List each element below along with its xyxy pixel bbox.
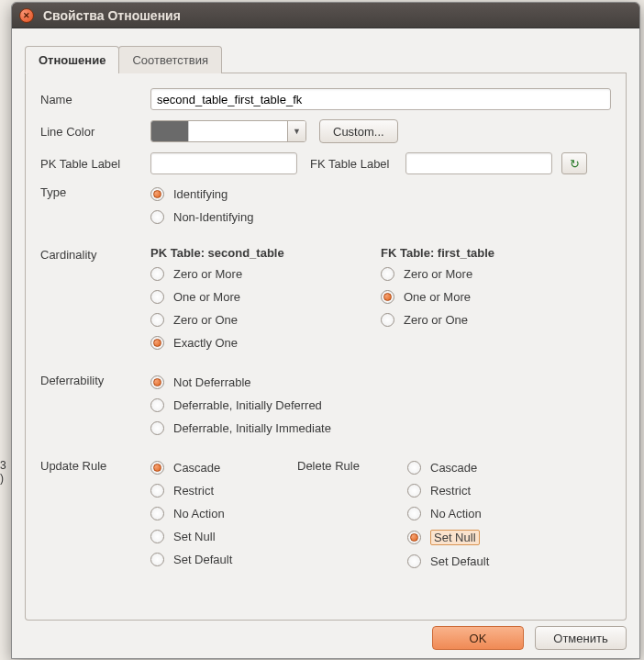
radio-label: Zero or More	[173, 267, 242, 281]
radio-dot-icon	[381, 290, 394, 304]
radio-update-set-null[interactable]: Set Null	[150, 530, 297, 543]
radio-dot-icon	[150, 530, 164, 543]
radio-label: One or More	[173, 290, 240, 304]
radio-label: Set Null	[173, 530, 216, 543]
radio-dot-icon	[381, 267, 394, 281]
radio-dot-icon	[150, 336, 164, 350]
color-swatch	[151, 121, 188, 141]
custom-color-button[interactable]: Custom...	[319, 119, 398, 143]
radio-dot-icon	[150, 484, 164, 498]
label-fk-table-label: FK Table Label	[310, 157, 405, 171]
close-icon[interactable]: ✕	[19, 8, 34, 23]
ok-button[interactable]: OK	[432, 626, 524, 650]
color-preview	[188, 121, 287, 141]
radio-label: Set Null	[430, 530, 480, 545]
radio-dot-icon	[407, 507, 421, 520]
radio-label: Deferrable, Initially Immediate	[173, 421, 331, 435]
radio-label: Cascade	[430, 461, 477, 475]
tab-strip: Отношение Соответствия	[25, 45, 627, 73]
label-name: Name	[40, 93, 150, 106]
radio-dot-icon	[150, 507, 164, 520]
pk-table-label-input[interactable]	[150, 152, 297, 174]
radio-label: Deferrable, Initially Deferred	[173, 398, 322, 412]
radio-dot-icon	[150, 267, 164, 281]
tab-relationship[interactable]: Отношение	[25, 46, 119, 73]
radio-label: Zero or One	[404, 313, 468, 327]
radio-label: Restrict	[173, 484, 214, 498]
radio-label: Exactly One	[173, 336, 238, 350]
radio-label: Zero or More	[404, 267, 472, 281]
radio-label: Non-Identifying	[173, 210, 253, 224]
fk-table-label-input[interactable]	[405, 152, 552, 174]
radio-dot-icon	[407, 531, 421, 544]
pk-table-header: PK Table: second_table	[150, 246, 381, 260]
label-delete-rule: Delete Rule	[297, 457, 407, 473]
radio-type-identifying[interactable]: Identifying	[150, 187, 611, 201]
radio-delete-no-action[interactable]: No Action	[407, 507, 611, 520]
label-deferrability: Deferrability	[40, 372, 150, 387]
radio-fk-one-or-more[interactable]: One or More	[381, 290, 611, 304]
radio-dot-icon	[381, 313, 394, 327]
titlebar: ✕ Свойства Отношения	[12, 3, 639, 28]
label-update-rule: Update Rule	[40, 457, 150, 473]
radio-pk-one-or-more[interactable]: One or More	[150, 290, 381, 304]
fk-table-header: FK Table: first_table	[381, 246, 611, 260]
label-line-color: Line Color	[40, 125, 150, 139]
radio-delete-set-null[interactable]: Set Null	[407, 530, 611, 545]
radio-fk-zero-or-more[interactable]: Zero or More	[381, 267, 611, 281]
radio-not-deferrable[interactable]: Not Deferrable	[150, 375, 611, 389]
radio-label: No Action	[430, 507, 482, 520]
radio-update-set-default[interactable]: Set Default	[150, 553, 297, 566]
name-input[interactable]	[150, 88, 611, 110]
radio-dot-icon	[407, 484, 421, 498]
window-title: Свойства Отношения	[43, 8, 181, 23]
radio-dot-icon	[150, 187, 164, 201]
radio-deferrable-immediate[interactable]: Deferrable, Initially Immediate	[150, 421, 611, 435]
radio-deferrable-deferred[interactable]: Deferrable, Initially Deferred	[150, 398, 611, 412]
radio-delete-restrict[interactable]: Restrict	[407, 484, 611, 498]
tab-panel-relationship: Name Line Color ▼ Custom... PK Table Lab…	[25, 73, 627, 621]
radio-label: Identifying	[173, 187, 228, 201]
radio-dot-icon	[407, 461, 421, 475]
radio-pk-zero-or-more[interactable]: Zero or More	[150, 267, 381, 281]
radio-dot-icon	[150, 210, 164, 224]
label-type: Type	[40, 184, 150, 199]
radio-dot-icon	[150, 461, 164, 475]
radio-dot-icon	[150, 290, 164, 304]
radio-label: Zero or One	[173, 313, 238, 327]
radio-dot-icon	[150, 398, 164, 412]
dialog-footer: OK Отменить	[25, 626, 627, 650]
refresh-icon[interactable]: ↻	[561, 152, 587, 174]
radio-pk-exactly-one[interactable]: Exactly One	[150, 336, 381, 350]
label-cardinality: Cardinality	[40, 246, 150, 262]
radio-pk-zero-or-one[interactable]: Zero or One	[150, 313, 381, 327]
radio-fk-zero-or-one[interactable]: Zero or One	[381, 313, 611, 327]
dialog-body: Отношение Соответствия Name Line Color ▼…	[12, 28, 639, 659]
background-fragment: 3)	[0, 459, 6, 485]
radio-delete-cascade[interactable]: Cascade	[407, 461, 611, 475]
radio-update-restrict[interactable]: Restrict	[150, 484, 297, 498]
radio-dot-icon	[150, 421, 164, 435]
radio-dot-icon	[150, 375, 164, 389]
chevron-down-icon[interactable]: ▼	[287, 121, 305, 141]
radio-label: Cascade	[173, 461, 220, 475]
radio-delete-set-default[interactable]: Set Default	[407, 554, 611, 568]
radio-dot-icon	[150, 553, 164, 566]
radio-update-no-action[interactable]: No Action	[150, 507, 297, 520]
radio-label: Restrict	[430, 484, 471, 498]
dialog-window: ✕ Свойства Отношения Отношение Соответст…	[11, 2, 640, 659]
radio-label: Not Deferrable	[173, 375, 251, 389]
radio-dot-icon	[150, 313, 164, 327]
label-pk-table-label: PK Table Label	[40, 157, 150, 171]
radio-dot-icon	[407, 554, 421, 568]
radio-label: No Action	[173, 507, 225, 520]
tab-mappings[interactable]: Соответствия	[118, 46, 222, 73]
radio-type-non-identifying[interactable]: Non-Identifying	[150, 210, 611, 224]
radio-label: Set Default	[430, 554, 489, 568]
radio-update-cascade[interactable]: Cascade	[150, 461, 297, 475]
radio-label: One or More	[404, 290, 471, 304]
radio-label: Set Default	[173, 553, 232, 566]
line-color-picker[interactable]: ▼	[150, 120, 306, 142]
cancel-button[interactable]: Отменить	[535, 626, 627, 650]
